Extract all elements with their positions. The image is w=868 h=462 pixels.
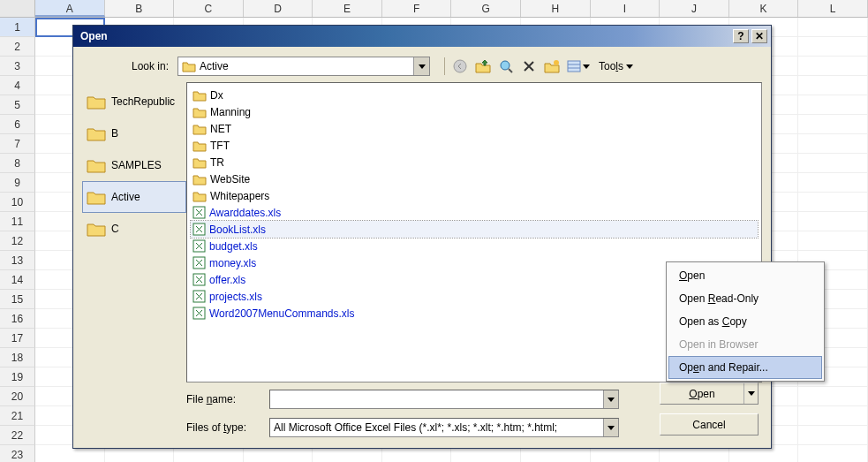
column-header[interactable]: C [174, 0, 244, 17]
cell[interactable] [798, 95, 868, 115]
filename-input[interactable] [269, 390, 619, 409]
delete-button[interactable] [517, 56, 540, 77]
cell[interactable] [798, 57, 868, 76]
filetype-dropdown[interactable] [269, 418, 619, 437]
cell[interactable] [798, 134, 868, 154]
file-item[interactable]: budget.xls [191, 238, 758, 254]
cell[interactable] [798, 212, 868, 231]
cell[interactable] [798, 406, 868, 426]
cancel-button[interactable]: Cancel [660, 413, 759, 435]
cell[interactable] [798, 115, 868, 134]
chevron-down-icon[interactable] [603, 419, 618, 436]
search-web-button[interactable] [494, 56, 517, 77]
lookin-dropdown[interactable]: Active [177, 57, 430, 76]
row-header[interactable]: 20 [0, 387, 35, 406]
row-header[interactable]: 9 [0, 173, 35, 193]
column-header[interactable]: E [313, 0, 382, 17]
cell[interactable] [798, 37, 868, 57]
column-header[interactable]: J [660, 0, 729, 17]
file-item[interactable]: NET [191, 120, 758, 137]
cell[interactable] [798, 173, 868, 193]
cell[interactable] [798, 426, 868, 445]
cell[interactable] [798, 445, 868, 462]
column-header[interactable]: I [591, 0, 660, 17]
file-item[interactable]: BookList.xls [191, 221, 758, 238]
menu-item[interactable]: Open [668, 264, 822, 287]
row-header[interactable]: 2 [0, 37, 35, 57]
places-item[interactable]: TechRepublic [82, 86, 186, 117]
row-header[interactable]: 5 [0, 95, 35, 115]
cell[interactable] [798, 231, 868, 251]
cell[interactable] [798, 193, 868, 212]
places-item[interactable]: Active [82, 181, 186, 213]
file-item[interactable]: Whitepapers [191, 187, 758, 204]
menu-item[interactable]: Open and Repair... [668, 356, 822, 379]
folder-icon [192, 123, 207, 135]
views-button[interactable] [563, 56, 593, 77]
open-button[interactable]: Open [660, 382, 759, 405]
row-header[interactable]: 18 [0, 348, 35, 367]
excel-file-icon [192, 273, 206, 286]
row-header[interactable]: 10 [0, 193, 35, 212]
row-header[interactable]: 1 [0, 18, 35, 37]
file-item[interactable]: Manning [191, 103, 758, 120]
menu-item[interactable]: Open Read-Only [668, 287, 822, 310]
menu-item[interactable]: Open as Copy [668, 310, 822, 333]
row-header[interactable]: 17 [0, 329, 35, 348]
column-header[interactable]: B [105, 0, 175, 17]
excel-file-icon [192, 223, 206, 236]
row-header[interactable]: 22 [0, 426, 35, 445]
column-header[interactable]: A [35, 0, 105, 17]
cell[interactable] [798, 387, 868, 406]
column-header[interactable]: H [521, 0, 591, 17]
column-header[interactable]: G [451, 0, 521, 17]
folder-icon [87, 157, 106, 173]
chevron-down-icon[interactable] [603, 390, 618, 408]
cell[interactable] [798, 76, 868, 95]
up-one-level-button[interactable] [472, 56, 494, 77]
close-button[interactable]: ✕ [751, 29, 767, 43]
row-header[interactable]: 8 [0, 154, 35, 173]
places-item[interactable]: C [82, 213, 186, 245]
column-header[interactable]: L [798, 0, 868, 17]
places-item[interactable]: B [82, 117, 186, 149]
tools-menu-button[interactable]: Tools [593, 60, 638, 72]
select-all-corner[interactable] [0, 0, 35, 17]
row-header[interactable]: 4 [0, 76, 35, 95]
folder-icon [192, 106, 207, 118]
chevron-down-icon[interactable] [413, 57, 429, 75]
row-header[interactable]: 19 [0, 367, 35, 387]
folder-icon [87, 125, 106, 141]
row-header[interactable]: 21 [0, 406, 35, 426]
file-item[interactable]: Awarddates.xls [191, 204, 758, 221]
row-header[interactable]: 11 [0, 212, 35, 231]
file-item[interactable]: TR [191, 154, 758, 170]
column-header[interactable]: D [244, 0, 313, 17]
row-header[interactable]: 14 [0, 270, 35, 290]
back-button[interactable] [449, 56, 472, 77]
file-name: NET [210, 123, 231, 135]
row-header[interactable]: 7 [0, 134, 35, 154]
filename-text[interactable] [270, 391, 603, 407]
open-split-arrow[interactable] [743, 383, 758, 404]
column-header[interactable]: F [382, 0, 452, 17]
row-header[interactable]: 3 [0, 57, 35, 76]
row-header[interactable]: 12 [0, 231, 35, 251]
row-header[interactable]: 13 [0, 251, 35, 270]
excel-file-icon [192, 206, 206, 219]
row-header[interactable]: 16 [0, 309, 35, 329]
cell[interactable] [798, 18, 868, 37]
row-header[interactable]: 6 [0, 115, 35, 134]
cell[interactable] [798, 154, 868, 173]
file-item[interactable]: TFT [191, 137, 758, 154]
new-folder-button[interactable] [540, 56, 563, 77]
titlebar[interactable]: Open ? ✕ [73, 26, 771, 47]
places-item[interactable]: SAMPLES [82, 149, 186, 181]
row-header[interactable]: 23 [0, 445, 35, 462]
file-name: offer.xls [209, 274, 245, 286]
file-item[interactable]: WebSite [191, 170, 758, 187]
file-item[interactable]: Dx [191, 87, 758, 103]
row-header[interactable]: 15 [0, 290, 35, 309]
column-header[interactable]: K [729, 0, 799, 17]
help-button[interactable]: ? [733, 29, 749, 43]
